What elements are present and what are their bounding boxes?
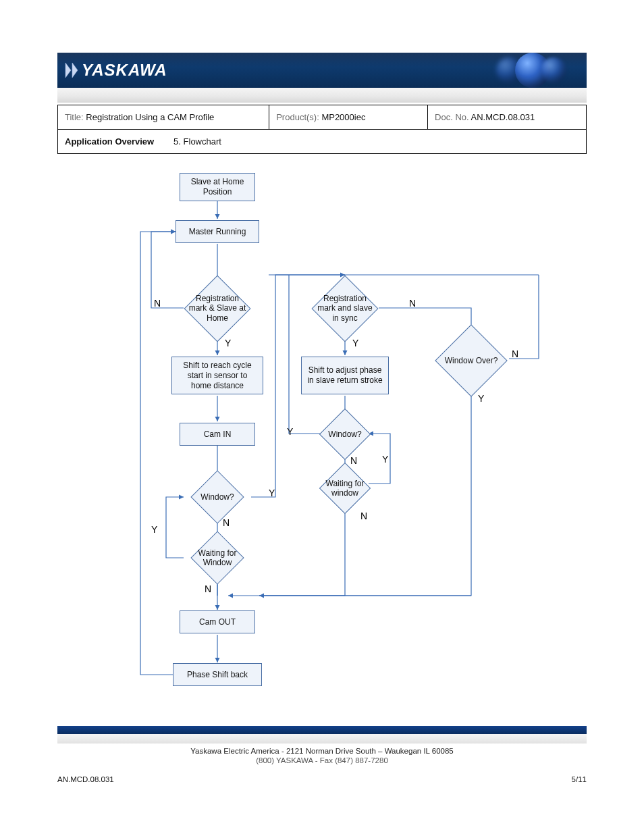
- label-y: Y: [269, 488, 275, 498]
- fc-waiting-window-2: Waiting for window: [327, 470, 363, 506]
- fc-shift-reach: Shift to reach cycle start in sensor to …: [171, 357, 263, 394]
- label-n: N: [512, 348, 518, 359]
- brand-wordmark: YASKAWA: [82, 61, 167, 80]
- label-n: N: [409, 298, 416, 309]
- brand-logo: YASKAWA: [57, 61, 167, 80]
- brand-mark-icon: [64, 61, 79, 79]
- footer-pageno: 5/11: [572, 775, 587, 783]
- fc-window-over-decision: Window Over?: [446, 335, 497, 386]
- fc-shift-adjust: Shift to adjust phase in slave return st…: [301, 357, 389, 394]
- fc-master-running: Master Running: [176, 220, 259, 243]
- footer-address: Yaskawa Electric America - 2121 Norman D…: [0, 747, 644, 755]
- label-y: Y: [352, 338, 358, 348]
- meta-subject-cell: Application Overview 5. Flowchart: [58, 130, 587, 154]
- meta-title-cell: Title: Registration Using a CAM Profile: [58, 105, 269, 130]
- footer-text: Yaskawa Electric America - 2121 Norman D…: [0, 747, 644, 764]
- fc-reg-home-decision: Registration mark & Slave at Home: [194, 285, 241, 332]
- label-n: N: [360, 511, 367, 521]
- fc-slave-home: Slave at Home Position: [180, 173, 255, 201]
- label-y: Y: [382, 454, 388, 465]
- label-y: Y: [478, 393, 484, 404]
- header-banner: YASKAWA: [57, 53, 587, 88]
- header-decoration-icon: [496, 53, 566, 88]
- label-y: Y: [225, 338, 231, 348]
- footer-contact: (800) YASKAWA - Fax (847) 887-7280: [0, 756, 644, 764]
- fc-cam-out: Cam OUT: [180, 610, 255, 633]
- label-n: N: [205, 583, 211, 594]
- document-meta-table: Title: Registration Using a CAM Profile …: [57, 105, 587, 154]
- fc-window-decision-1: Window?: [198, 478, 236, 516]
- flowchart-diagram: Slave at Home Position Master Running Re…: [134, 166, 559, 700]
- label-y: Y: [287, 426, 293, 437]
- header-sub-band: [57, 88, 587, 103]
- fc-cam-in: Cam IN: [180, 423, 255, 446]
- label-n: N: [350, 455, 357, 466]
- fc-phase-shift-back: Phase Shift back: [173, 663, 262, 686]
- label-n: N: [223, 517, 230, 528]
- label-n: N: [154, 298, 161, 309]
- fc-reg-sync-decision: Registration mark and slave in sync: [321, 285, 369, 332]
- footer-band-light: [57, 734, 587, 744]
- fc-window-decision-2: Window?: [327, 416, 363, 452]
- footer-docno: AN.MCD.08.031: [57, 775, 114, 783]
- fc-waiting-window-1: Waiting for Window: [198, 539, 236, 577]
- meta-product-cell: Product(s): MP2000iec: [269, 105, 428, 130]
- footer-band-dark: [57, 726, 587, 734]
- label-y: Y: [151, 524, 157, 535]
- meta-docno-cell: Doc. No. AN.MCD.08.031: [428, 105, 587, 130]
